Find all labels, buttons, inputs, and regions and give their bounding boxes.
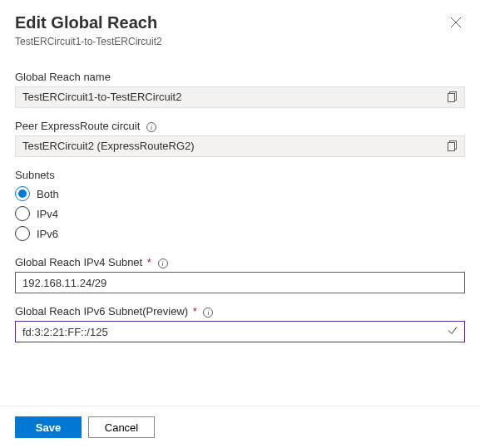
ipv6-label-text: Global Reach IPv6 Subnet(Preview) — [15, 305, 188, 318]
panel-title: Edit Global Reach — [15, 13, 157, 32]
panel-subtitle: TestERCircuit1-to-TestERCircuit2 — [15, 36, 465, 47]
ipv4-label: Global Reach IPv4 Subnet * i — [15, 256, 465, 268]
required-mark: * — [144, 256, 151, 268]
radio-both[interactable]: Both — [15, 186, 465, 201]
radio-ipv4[interactable]: IPv4 — [15, 206, 465, 221]
radio-label-ipv6: IPv6 — [37, 228, 58, 240]
global-reach-name-field: TestERCircuit1-to-TestERCircuit2 — [15, 86, 465, 108]
peer-circuit-value: TestERCircuit2 (ExpressRouteRG2) — [22, 140, 195, 152]
peer-label: Peer ExpressRoute circuit i — [15, 120, 465, 132]
radio-label-ipv4: IPv4 — [37, 208, 58, 220]
name-label: Global Reach name — [15, 71, 465, 83]
radio-ipv6[interactable]: IPv6 — [15, 226, 465, 241]
cancel-button[interactable]: Cancel — [88, 416, 155, 438]
svg-rect-3 — [448, 143, 455, 151]
subnets-label: Subnets — [15, 169, 465, 181]
info-icon[interactable]: i — [158, 258, 168, 268]
peer-circuit-field: TestERCircuit2 (ExpressRouteRG2) — [15, 135, 465, 157]
radio-icon — [15, 226, 30, 241]
radio-icon — [15, 206, 30, 221]
ipv4-subnet-input[interactable] — [15, 272, 465, 293]
info-icon[interactable]: i — [203, 308, 213, 318]
radio-icon — [15, 186, 30, 201]
close-icon[interactable] — [447, 13, 465, 34]
save-button[interactable]: Save — [15, 416, 82, 438]
peer-label-text: Peer ExpressRoute circuit — [15, 120, 140, 132]
copy-icon[interactable] — [448, 140, 459, 152]
radio-label-both: Both — [37, 188, 59, 200]
ipv6-label: Global Reach IPv6 Subnet(Preview) * i — [15, 305, 465, 318]
ipv4-label-text: Global Reach IPv4 Subnet — [15, 256, 142, 268]
svg-rect-1 — [448, 94, 455, 102]
footer-bar: Save Cancel — [0, 406, 480, 448]
ipv6-subnet-input[interactable] — [15, 321, 465, 342]
copy-icon[interactable] — [448, 91, 459, 103]
global-reach-name-value: TestERCircuit1-to-TestERCircuit2 — [22, 91, 181, 103]
checkmark-icon — [447, 325, 458, 339]
info-icon[interactable]: i — [146, 122, 156, 132]
required-mark: * — [190, 305, 197, 318]
